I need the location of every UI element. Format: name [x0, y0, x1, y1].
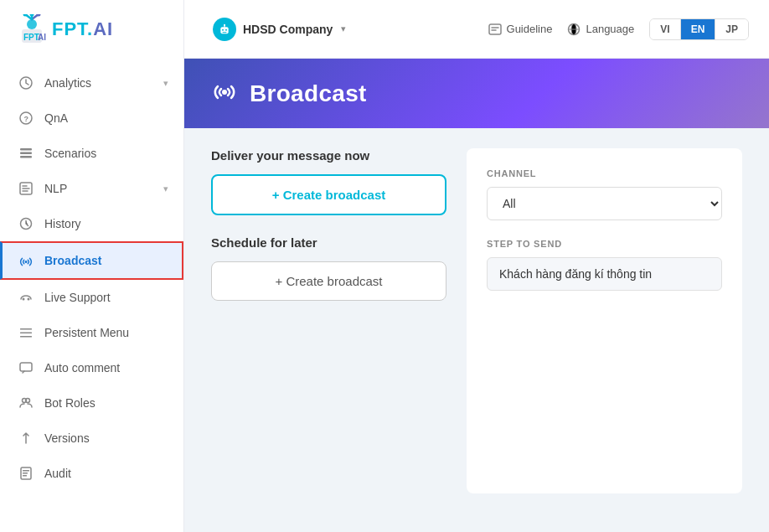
svg-point-33: [225, 28, 227, 30]
lang-btn-jp[interactable]: JP: [715, 19, 748, 39]
logo-icon: FPT. AI: [17, 14, 47, 44]
sidebar-item-bot-roles-label: Bot Roles: [44, 396, 168, 410]
sidebar-item-live-support-label: Live Support: [44, 291, 168, 304]
analytics-chevron: ▾: [163, 78, 168, 89]
guideline-button[interactable]: Guideline: [488, 23, 553, 36]
svg-point-18: [25, 261, 28, 263]
svg-point-38: [222, 90, 227, 95]
sidebar-item-live-support[interactable]: Live Support: [0, 280, 183, 315]
svg-point-6: [30, 14, 34, 17]
company-name-label: HDSD Company: [243, 23, 333, 36]
company-selector[interactable]: HDSD Company ▾: [204, 13, 354, 46]
topbar-actions: Guideline Language VI EN JP: [488, 18, 749, 40]
sidebar-item-broadcast-label: Broadcast: [44, 254, 167, 267]
svg-rect-35: [489, 24, 501, 34]
guideline-label: Guideline: [507, 23, 553, 35]
svg-rect-21: [20, 328, 32, 330]
svg-rect-22: [20, 333, 32, 334]
bot-avatar-icon: [213, 18, 236, 41]
audit-icon: [18, 465, 34, 482]
schedule-section-label: Schedule for later: [211, 235, 446, 250]
broadcast-header-icon: [211, 77, 238, 110]
sidebar-item-versions-label: Versions: [44, 431, 168, 445]
svg-rect-13: [20, 148, 32, 151]
channel-select[interactable]: All Facebook Zalo Web: [487, 187, 722, 220]
scenarios-icon: [18, 145, 34, 162]
logo-text: FPT.AI: [52, 18, 113, 40]
logo-area: FPT. AI FPT.AI: [0, 0, 183, 59]
auto-comment-icon: [18, 359, 34, 376]
page-title: Broadcast: [250, 80, 367, 107]
sidebar-item-analytics[interactable]: Analytics ▾: [0, 65, 183, 101]
broadcast-icon: [18, 252, 34, 269]
sidebar-item-persistent-menu[interactable]: Persistent Menu: [0, 315, 183, 350]
sidebar-item-qna[interactable]: ? QnA: [0, 101, 183, 136]
svg-text:AI: AI: [38, 33, 46, 42]
create-broadcast-now-button[interactable]: + Create broadcast: [211, 174, 446, 215]
svg-text:?: ?: [24, 115, 29, 123]
svg-point-20: [28, 298, 30, 301]
broadcast-right: CHANNEL All Facebook Zalo Web STEP TO SE…: [467, 148, 742, 493]
step-to-send-label: STEP TO SEND: [487, 239, 722, 249]
create-broadcast-schedule-button[interactable]: + Create broadcast: [211, 261, 446, 301]
svg-point-0: [27, 19, 37, 29]
sidebar-item-scenarios-label: Scenarios: [44, 147, 168, 160]
deliver-section-label: Deliver your message now: [211, 148, 446, 163]
broadcast-left: Deliver your message now + Create broadc…: [211, 148, 446, 493]
sidebar: FPT. AI FPT.AI Analytics ▾ ? QnA Scenari…: [0, 0, 184, 532]
svg-rect-14: [20, 152, 32, 155]
sidebar-item-audit[interactable]: Audit: [0, 456, 183, 491]
svg-rect-23: [20, 336, 32, 338]
sidebar-item-persistent-menu-label: Persistent Menu: [44, 326, 168, 339]
sidebar-item-analytics-label: Analytics: [44, 76, 163, 90]
sidebar-item-audit-label: Audit: [44, 467, 168, 480]
nlp-chevron: ▾: [163, 183, 168, 194]
lang-btn-en[interactable]: EN: [681, 19, 716, 39]
sidebar-item-scenarios[interactable]: Scenarios: [0, 136, 183, 171]
svg-point-19: [23, 298, 25, 301]
language-icon: [567, 23, 581, 36]
channel-label: CHANNEL: [487, 168, 722, 178]
history-icon: [18, 215, 34, 232]
nlp-icon: [18, 180, 34, 197]
step-to-send-value: Khách hàng đăng kí thông tin: [487, 257, 722, 291]
language-button[interactable]: Language: [567, 23, 634, 36]
create-broadcast-now-button-label: + Create broadcast: [272, 188, 385, 202]
sidebar-item-history-label: History: [44, 217, 168, 230]
sidebar-item-auto-comment-label: Auto comment: [44, 361, 168, 374]
company-dropdown-icon: ▾: [341, 23, 346, 34]
sidebar-item-history[interactable]: History: [0, 206, 183, 241]
sidebar-item-bot-roles[interactable]: Bot Roles: [0, 385, 183, 421]
topbar: HDSD Company ▾ Guideline Language VI EN …: [184, 0, 769, 59]
main-area: HDSD Company ▾ Guideline Language VI EN …: [184, 0, 769, 532]
guideline-icon: [488, 23, 502, 36]
bot-roles-icon: [18, 395, 34, 411]
sidebar-item-broadcast[interactable]: Broadcast: [0, 241, 183, 280]
lang-switcher: VI EN JP: [649, 18, 749, 40]
svg-rect-29: [23, 473, 28, 474]
versions-icon: [18, 430, 34, 447]
lang-btn-vi[interactable]: VI: [650, 19, 680, 39]
svg-rect-28: [23, 470, 29, 472]
page-header: Broadcast: [184, 59, 769, 128]
svg-point-26: [26, 399, 30, 403]
persistent-menu-icon: [18, 324, 34, 341]
sidebar-item-nlp[interactable]: NLP ▾: [0, 171, 183, 206]
svg-point-34: [224, 23, 225, 25]
svg-rect-15: [20, 156, 32, 158]
sidebar-item-auto-comment[interactable]: Auto comment: [0, 350, 183, 385]
svg-rect-30: [23, 475, 27, 477]
analytics-icon: [18, 75, 34, 91]
sidebar-nav: Analytics ▾ ? QnA Scenarios NLP ▾: [0, 59, 183, 532]
sidebar-item-nlp-label: NLP: [44, 182, 163, 195]
language-label: Language: [586, 23, 634, 35]
sidebar-item-versions[interactable]: Versions: [0, 421, 183, 456]
broadcast-body: Deliver your message now + Create broadc…: [184, 128, 769, 514]
qna-icon: ?: [18, 110, 34, 127]
svg-point-32: [222, 28, 224, 30]
svg-rect-24: [20, 363, 32, 371]
live-support-icon: [18, 289, 34, 306]
sidebar-item-qna-label: QnA: [44, 111, 168, 125]
create-broadcast-schedule-button-label: + Create broadcast: [276, 274, 383, 288]
page-content: Broadcast Deliver your message now + Cre…: [184, 59, 769, 532]
